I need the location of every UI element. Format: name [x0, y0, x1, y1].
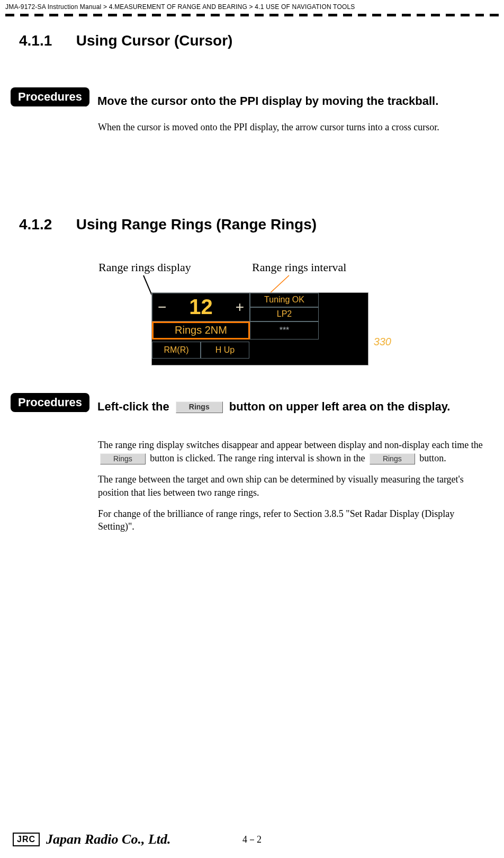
range-plus-icon: + [236, 299, 244, 316]
step-2-num: 1) [79, 399, 97, 415]
section-text-411: Using Cursor (Cursor) [76, 32, 233, 49]
para-ring-switches: The range ring display switches disappea… [98, 439, 488, 464]
label-range-rings-interval: Range rings interval [252, 261, 346, 274]
step-2: 1) Left-click the Rings button on upper … [79, 399, 493, 415]
tuning-cell: Tuning OK [250, 293, 319, 307]
section-text-412: Using Range Rings (Range Rings) [76, 216, 317, 233]
section-num-411: 4.1.1 [19, 32, 72, 49]
range-minus-icon: − [158, 299, 166, 316]
range-rings-diagram: Range rings display Range rings interval… [83, 261, 421, 372]
breadcrumb-sep2: > [249, 3, 253, 11]
range-value: 12 [189, 295, 213, 319]
para-cursor-desc: When the cursor is moved onto the PPI di… [98, 121, 488, 133]
step-2-post: button on upper left area on the display… [229, 400, 451, 413]
stars-cell: *** [250, 321, 319, 339]
rings-cell: Rings 2NM [152, 321, 250, 339]
page-footer: JRC Japan Radio Co., Ltd. 4－2 [0, 832, 504, 847]
radar-panel: − 12 + Tuning OK LP2 Rings 2NM *** RM(R)… [151, 292, 368, 365]
range-value-cell: − 12 + [152, 293, 250, 321]
breadcrumb-part1: JMA-9172-SA Instruction Manual [5, 3, 101, 11]
section-title-412: 4.1.2 Using Range Rings (Range Rings) [11, 208, 493, 237]
para2-mid: button is clicked. The range ring interv… [150, 453, 367, 463]
breadcrumb-part3: 4.1 USE OF NAVIGATION TOOLS [255, 3, 355, 11]
step-1-text: Move the cursor onto the PPI display by … [97, 94, 493, 109]
jrc-logo-script: Japan Radio Co., Ltd. [46, 832, 170, 847]
para-target-ownship: The range between the target and own shi… [98, 473, 488, 499]
step-2-text: Left-click the Rings button on upper lef… [97, 399, 493, 415]
step-2-pre: Left-click the [97, 400, 173, 413]
breadcrumb-sep1: > [103, 3, 107, 11]
rings-button-inline-2[interactable]: Rings [370, 453, 415, 464]
section-num-412: 4.1.2 [19, 216, 72, 233]
dashed-divider [0, 13, 504, 24]
procedures-badge-2: Procedures [11, 393, 89, 412]
para2-post: button. [419, 453, 446, 463]
para2-pre: The range ring display switches disappea… [98, 440, 483, 450]
breadcrumb: JMA-9172-SA Instruction Manual > 4.MEASU… [0, 0, 504, 13]
step-1-num: 1) [79, 94, 97, 109]
page-number: 4－2 [242, 833, 262, 846]
breadcrumb-part2: 4.MEASUREMENT OF RANGE AND BEARING [109, 3, 247, 11]
label-range-rings-display: Range rings display [98, 261, 191, 274]
footer-logo: JRC Japan Radio Co., Ltd. [13, 832, 171, 847]
step-1: 1) Move the cursor onto the PPI display … [79, 94, 493, 109]
rings-button-inline-1[interactable]: Rings [100, 453, 146, 464]
rings-button[interactable]: Rings [176, 401, 223, 413]
hup-cell: H Up [201, 342, 249, 359]
rmr-cell: RM(R) [152, 342, 201, 359]
procedures-badge-1: Procedures [11, 87, 89, 106]
para-brilliance-ref: For change of the brilliance of range ri… [98, 507, 488, 533]
jrc-logo-box: JRC [13, 833, 40, 846]
lp2-cell: LP2 [250, 307, 319, 321]
section-title-411: 4.1.1 Using Cursor (Cursor) [11, 24, 493, 53]
bearing-330: 330 [374, 336, 391, 348]
